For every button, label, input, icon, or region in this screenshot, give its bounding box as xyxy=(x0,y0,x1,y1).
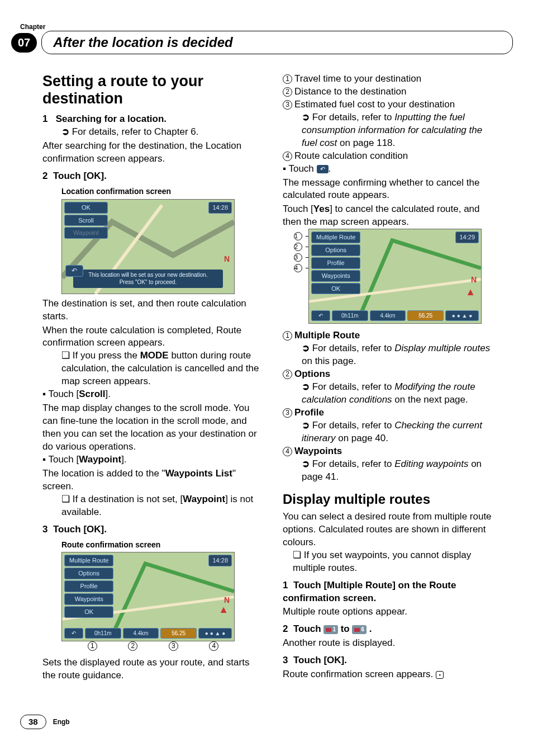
map-time: 14:29 xyxy=(455,231,479,243)
list-item-4: 4Route calculation condition xyxy=(283,150,499,163)
step-3: 3 Touch [OK]. xyxy=(42,523,259,536)
chapter-label: Chapter xyxy=(20,22,45,31)
position-marker-icon: ▲ xyxy=(218,603,229,616)
position-marker-icon: ▲ xyxy=(465,285,475,299)
info-distance: 4.4km xyxy=(370,310,406,322)
loc-confirm-caption: Location confirmation screen xyxy=(61,186,259,197)
dmr-note: If you set waypoints, you cannot display… xyxy=(293,549,499,575)
info-time: 0h11m xyxy=(332,310,368,322)
info-distance: 4.4km xyxy=(123,628,159,639)
dmr-step2: 2 Touch 1 to 6 . xyxy=(283,623,499,636)
chapter-number-pill: 07 xyxy=(11,33,37,53)
section-heading: Setting a route to your destination xyxy=(42,73,259,107)
route-map2-wrap: 1 2 3 4 Multiple Route Options Profile W… xyxy=(308,229,482,324)
map-waypoints-button[interactable]: Waypoints xyxy=(64,593,113,605)
def-1-ref: For details, refer to Display multiple r… xyxy=(302,342,499,368)
map-back-button[interactable]: ↶ xyxy=(65,265,83,276)
footer: 38 Engb xyxy=(20,715,70,729)
map-ok-button[interactable]: OK xyxy=(64,606,113,618)
step-2: 2 Touch [OK]. xyxy=(42,170,259,183)
route-6-icon: 6 xyxy=(352,625,367,634)
waypoint-note: If a destination is not set, [Waypoint] … xyxy=(61,493,259,519)
page-number: 38 xyxy=(20,715,46,729)
chapter-title-wrap: After the location is decided xyxy=(41,31,513,54)
location-confirmation-screenshot: OK Scroll Waypoint 14:28 N This location… xyxy=(61,199,235,294)
map-profile-button[interactable]: Profile xyxy=(311,257,360,269)
touch-waypoint: Touch [Waypoint]. xyxy=(42,453,259,466)
info-fuel: 56.25 xyxy=(407,310,444,322)
section-end-icon: ▪ xyxy=(436,671,444,679)
map-waypoint-button[interactable]: Waypoint xyxy=(64,227,108,239)
def-3-ref: For details, refer to Checking the curre… xyxy=(302,419,499,445)
dmr-step3-body: Route confirmation screen appears. ▪ xyxy=(283,668,499,681)
info-time: 0h11m xyxy=(85,628,121,639)
lang-code: Engb xyxy=(53,717,70,726)
step2-body1: The destination is set, and then route c… xyxy=(42,297,259,323)
back-body1: The message confirming whether to cancel… xyxy=(283,177,499,202)
dmr-step3: 3 Touch [OK]. xyxy=(283,654,499,667)
list-item-3-ref: For details, refer to Inputting the fuel… xyxy=(302,111,499,150)
map-scroll-button[interactable]: Scroll xyxy=(64,215,108,226)
def-2-ref: For details, refer to Modifying the rout… xyxy=(302,381,499,407)
map-profile-button[interactable]: Profile xyxy=(64,580,113,592)
step-1: 1 Searching for a location. xyxy=(42,113,259,126)
map-back-button[interactable]: ↶ xyxy=(64,628,83,639)
map-waypoints-button[interactable]: Waypoints xyxy=(311,270,360,282)
touch-back: Touch ↶. xyxy=(283,163,499,176)
map-back-button[interactable]: ↶ xyxy=(311,310,330,322)
touch-scroll: Touch [Scroll]. xyxy=(42,388,259,401)
display-multiple-routes-heading: Display multiple routes xyxy=(283,490,499,508)
chapter-title: After the location is decided xyxy=(53,34,232,51)
map-banner: This location will be set as your new de… xyxy=(73,270,223,288)
list-item-3: 3Estimated fuel cost to your destination xyxy=(283,98,499,111)
info-fuel: 56.25 xyxy=(160,628,197,639)
dmr-step1: 1 Touch [Multiple Route] on the Route co… xyxy=(283,579,499,605)
info-condition: ● ● ▲ ● xyxy=(198,628,232,639)
left-column: Setting a route to your destination 1 Se… xyxy=(42,73,259,682)
def-1: 1Multiple Route xyxy=(283,329,499,342)
step3-body: Sets the displayed route as your route, … xyxy=(42,656,259,682)
compass-icon: N xyxy=(224,254,230,264)
back-body2: Touch [Yes] to cancel the calculated rou… xyxy=(283,203,499,229)
compass-icon: N xyxy=(471,275,477,285)
step2-body2: When the route calculation is completed,… xyxy=(42,324,259,350)
map-options-button[interactable]: Options xyxy=(311,244,360,256)
def-2: 2Options xyxy=(283,368,499,381)
list-item-1: 1Travel time to your destination xyxy=(283,73,499,86)
side-callouts: 1 2 3 4 xyxy=(294,232,310,272)
dmr-step1-body: Multiple route options appear. xyxy=(283,606,499,618)
back-icon: ↶ xyxy=(317,165,329,173)
right-column: 1Travel time to your destination 2Distan… xyxy=(283,73,499,682)
def-4: 4Waypoints xyxy=(283,445,499,458)
route-confirm-caption: Route confirmation screen xyxy=(61,540,259,550)
scroll-body: The map display changes to the scroll mo… xyxy=(42,402,259,453)
step-num: 1 xyxy=(42,114,47,124)
def-3: 3Profile xyxy=(283,407,499,419)
map-time: 14:28 xyxy=(208,202,232,214)
route-1-icon: 1 xyxy=(323,625,338,634)
step1-ref: For details, refer to Chapter 6. xyxy=(61,126,259,139)
step1-body: After searching for the destination, the… xyxy=(42,140,259,166)
step-title: Searching for a location. xyxy=(56,114,166,124)
map-time: 14:28 xyxy=(208,555,232,566)
callout-numbers: 1 2 3 4 xyxy=(73,641,235,651)
map-options-button[interactable]: Options xyxy=(64,568,113,579)
chapter-header: 07 After the location is decided xyxy=(11,31,513,54)
def-4-ref: For details, refer to Editing waypoints … xyxy=(302,458,499,484)
map-ok-button[interactable]: OK xyxy=(311,283,360,295)
waypoint-body: The location is added to the "Waypoints … xyxy=(42,467,259,493)
step2-mode-note: If you press the MODE button during rout… xyxy=(61,349,259,388)
map-multiple-route-button[interactable]: Multiple Route xyxy=(64,555,113,566)
dmr-step2-body: Another route is displayed. xyxy=(283,637,499,650)
dmr-body: You can select a desired route from mult… xyxy=(283,511,499,549)
list-item-2: 2Distance to the destination xyxy=(283,86,499,98)
map-ok-button[interactable]: OK xyxy=(64,202,108,214)
info-condition: ● ● ▲ ● xyxy=(445,310,479,322)
route-confirmation-screenshot: Multiple Route Options Profile Waypoints… xyxy=(61,552,235,641)
map-multiple-route-button[interactable]: Multiple Route xyxy=(311,231,360,243)
route-confirmation-screenshot-2: Multiple Route Options Profile Waypoints… xyxy=(308,229,482,324)
